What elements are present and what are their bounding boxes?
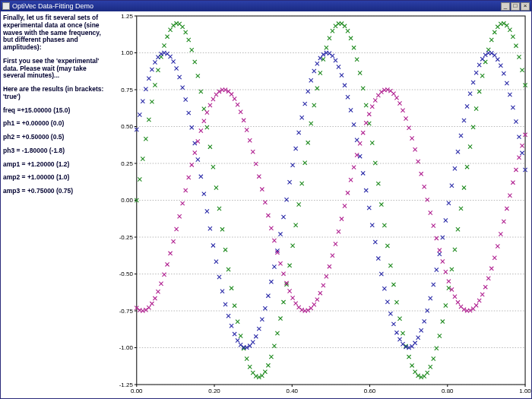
marker-x-icon	[281, 215, 285, 219]
marker-x-icon	[150, 302, 154, 306]
minimize-button[interactable]: _	[501, 2, 510, 11]
marker-x-icon	[175, 227, 179, 231]
marker-x-icon	[230, 287, 233, 290]
tick-label-x: 0.40	[287, 388, 299, 394]
window-buttons: _ □ ×	[501, 2, 530, 11]
maximize-button[interactable]: □	[511, 2, 520, 11]
marker-x-icon	[236, 320, 239, 324]
sidebar-param: amp1 = +1.20000 (1.2)	[3, 161, 106, 169]
marker-x-icon	[334, 24, 337, 28]
marker-x-icon	[263, 370, 267, 374]
marker-x-icon	[281, 300, 285, 304]
close-button[interactable]: ×	[521, 2, 530, 11]
marker-x-icon	[376, 182, 380, 185]
marker-x-icon	[456, 150, 460, 154]
marker-x-icon	[435, 268, 439, 271]
marker-x-icon	[441, 259, 445, 263]
marker-x-icon	[190, 163, 194, 166]
marker-x-icon	[453, 248, 457, 252]
marker-x-icon	[193, 150, 197, 154]
tick-label-y: -0.75	[119, 308, 134, 315]
marker-x-icon	[141, 100, 144, 103]
tick-label-y: 0.25	[121, 160, 133, 167]
marker-x-icon	[349, 108, 353, 112]
marker-x-icon	[278, 261, 282, 265]
marker-x-icon	[520, 68, 524, 72]
marker-x-icon	[300, 116, 304, 119]
marker-x-icon	[291, 296, 295, 299]
marker-x-icon	[496, 244, 499, 248]
marker-x-icon	[223, 248, 227, 252]
marker-x-icon	[343, 204, 347, 207]
tick-label-x: 1.00	[519, 388, 531, 394]
marker-x-icon	[331, 54, 334, 58]
marker-x-icon	[514, 44, 518, 48]
marker-x-icon	[413, 341, 417, 345]
marker-x-icon	[318, 71, 322, 74]
marker-x-icon	[251, 150, 255, 154]
sidebar-param: amp3 = +0.75000 (0.75)	[3, 188, 106, 195]
marker-x-icon	[263, 201, 267, 204]
app-icon	[2, 2, 10, 10]
marker-x-icon	[254, 374, 258, 378]
marker-x-icon	[502, 220, 505, 223]
sidebar-param: ph3 = -1.80000 (-1.8)	[3, 147, 106, 155]
marker-x-icon	[502, 71, 505, 75]
marker-x-icon	[382, 287, 386, 290]
marker-x-icon	[432, 356, 435, 360]
marker-x-icon	[391, 92, 395, 96]
marker-x-icon	[202, 107, 206, 111]
marker-x-icon	[184, 188, 188, 192]
tick-label-x: 0.20	[208, 388, 220, 394]
marker-x-icon	[239, 334, 242, 337]
marker-x-icon	[520, 151, 524, 155]
marker-x-icon	[156, 68, 160, 72]
marker-x-icon	[141, 157, 144, 160]
marker-x-icon	[181, 25, 185, 29]
marker-x-icon	[370, 141, 374, 144]
marker-x-icon	[297, 131, 301, 135]
marker-x-icon	[260, 188, 264, 192]
marker-x-icon	[410, 136, 414, 140]
marker-x-icon	[245, 128, 249, 131]
marker-x-icon	[340, 217, 344, 220]
marker-x-icon	[217, 275, 221, 279]
marker-x-icon	[199, 128, 203, 132]
marker-x-icon	[272, 239, 276, 242]
marker-x-icon	[340, 73, 344, 77]
marker-x-icon	[211, 243, 215, 247]
marker-x-icon	[236, 103, 239, 106]
marker-x-icon	[294, 147, 298, 150]
marker-x-icon	[397, 317, 401, 321]
marker-x-icon	[226, 314, 230, 318]
marker-x-icon	[373, 98, 377, 102]
marker-x-icon	[263, 306, 267, 310]
marker-x-icon	[423, 319, 426, 323]
tick-label-y: -1.00	[119, 344, 134, 351]
marker-x-icon	[492, 256, 496, 260]
marker-x-icon	[489, 267, 493, 271]
marker-x-icon	[370, 105, 374, 109]
marker-x-icon	[181, 86, 185, 90]
marker-x-icon	[269, 355, 273, 359]
marker-x-icon	[416, 160, 420, 163]
marker-x-icon	[391, 283, 395, 287]
marker-x-icon	[438, 334, 442, 337]
marker-x-icon	[340, 22, 344, 26]
marker-x-icon	[468, 92, 472, 96]
body: Finally, let us fit several sets of expe…	[1, 11, 531, 398]
marker-x-icon	[287, 180, 291, 184]
marker-x-icon	[236, 338, 239, 342]
marker-x-icon	[410, 363, 414, 367]
marker-x-icon	[309, 78, 313, 82]
marker-x-icon	[444, 218, 448, 222]
marker-x-icon	[352, 46, 356, 49]
tick-label-y: -0.25	[119, 234, 134, 241]
marker-x-icon	[407, 355, 410, 359]
marker-x-icon	[486, 277, 490, 280]
marker-x-icon	[242, 119, 245, 122]
marker-x-icon	[233, 304, 236, 308]
marker-x-icon	[462, 185, 466, 189]
marker-x-icon	[187, 38, 191, 42]
marker-x-icon	[178, 75, 182, 79]
